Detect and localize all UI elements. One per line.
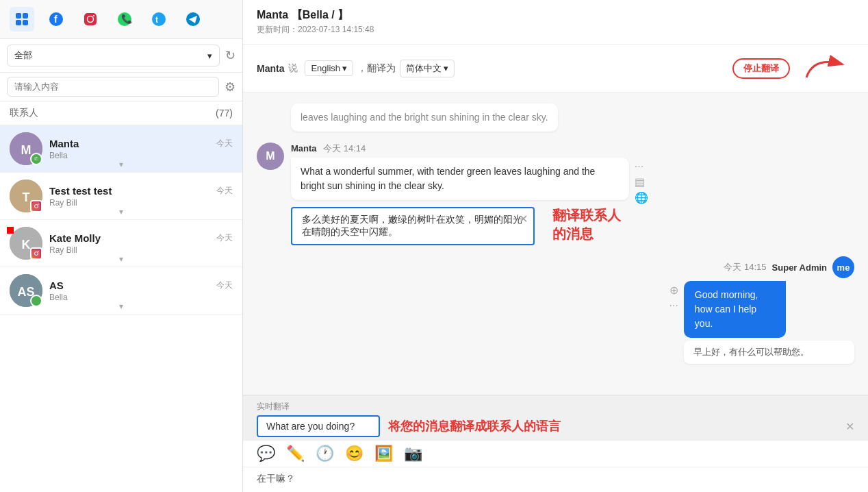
- instagram-icon-btn[interactable]: [78, 7, 103, 32]
- unread-dot: [7, 227, 14, 234]
- contact-name: Kate Molly: [49, 232, 101, 244]
- translation-bar: Manta 说 English ▾ ，翻译为 简体中文 ▾ 停止翻译: [243, 45, 868, 93]
- sent-text: Good morning, how can I help you.: [695, 289, 758, 329]
- image-icon[interactable]: 📷: [404, 445, 422, 463]
- filter-row: 全部 ▾ ↻: [0, 39, 242, 73]
- message-received-partial: leaves laughing and the bright sun shini…: [257, 103, 854, 132]
- sender-name: Manta: [291, 143, 317, 153]
- twitter-icon-btn[interactable]: t: [146, 7, 171, 32]
- more-icon[interactable]: ···: [635, 160, 648, 173]
- image-gallery-icon[interactable]: 🖼️: [374, 445, 393, 463]
- lang-from-btn[interactable]: English ▾: [305, 60, 353, 76]
- message-received-manta: M Manta 今天 14:14 What a wonderful summer…: [257, 143, 854, 245]
- chevron-down-icon: ▾: [444, 63, 448, 73]
- sidebar: f 📞 t 全部 ▾ ↻ ⚙ 联系人 (77) M: [0, 0, 243, 492]
- contact-item-as[interactable]: AS AS 今天 Bella ▾: [0, 267, 242, 315]
- edit-icon[interactable]: ✏️: [286, 445, 305, 463]
- svg-text:K: K: [22, 238, 31, 251]
- svg-rect-3: [23, 20, 28, 25]
- chevron-down-icon: ▾: [119, 160, 123, 169]
- contact-name: Manta: [49, 138, 79, 149]
- input-text: 在干嘛？: [257, 473, 295, 484]
- contact-sub: Bella: [49, 151, 233, 160]
- emoji-icon[interactable]: 😊: [345, 445, 363, 463]
- contact-item-test[interactable]: T Test test test 今天 Ray Bill ▾: [0, 173, 242, 220]
- translation-sender: Manta: [257, 63, 284, 74]
- svg-text:f: f: [54, 14, 58, 25]
- instagram-badge: [30, 247, 42, 260]
- realtime-annotation: 将您的消息翻译成联系人的语言: [388, 418, 561, 434]
- sent-translated-text: 早上好，有什么可以帮助您。: [693, 347, 809, 357]
- svg-point-8: [93, 15, 94, 16]
- chevron-down-icon: ▾: [119, 254, 123, 264]
- translation-box: 多么美好的夏天啊，嫩绿的树叶在欢笑，明媚的阳光在晴朗的天空中闪耀。 ✕: [291, 207, 535, 245]
- svg-text:T: T: [23, 190, 30, 204]
- svg-text:t: t: [155, 15, 158, 25]
- top-icon-bar: f 📞 t: [0, 0, 242, 39]
- message-bubble: leaves laughing and the bright sun shini…: [291, 103, 558, 132]
- contact-name: AS: [49, 280, 64, 291]
- more-icon[interactable]: ···: [669, 299, 678, 312]
- realtime-bar: 实时翻译 What are you doing? 将您的消息翻译成联系人的语言 …: [243, 395, 868, 440]
- globe-icon[interactable]: 🌐: [635, 191, 648, 204]
- clock-icon[interactable]: 🕐: [316, 445, 334, 463]
- svg-rect-21: [32, 202, 40, 210]
- contact-time: 今天: [216, 232, 233, 244]
- whatsapp-icon-btn[interactable]: 📞: [112, 7, 137, 32]
- input-area[interactable]: 在干嘛？: [243, 467, 868, 492]
- close-icon[interactable]: ✕: [519, 212, 528, 225]
- filter-label: 全部: [14, 49, 32, 62]
- contact-time: 今天: [216, 185, 233, 197]
- svg-rect-26: [32, 249, 40, 258]
- contact-time: 今天: [216, 138, 233, 149]
- translated-text: 多么美好的夏天啊，嫩绿的树叶在欢笑，明媚的阳光在晴朗的天空中闪耀。: [302, 214, 522, 237]
- instagram-badge: [30, 200, 42, 212]
- svg-rect-1: [23, 13, 28, 19]
- svg-point-31: [33, 297, 40, 304]
- sent-bubble: Good morning, how can I help you.: [684, 281, 786, 338]
- chat-title: Manta 【Bella / 】: [257, 8, 854, 23]
- message-text: What a wonderful summer, with tender gre…: [301, 166, 595, 191]
- lang-to-btn[interactable]: 简体中文 ▾: [400, 60, 455, 77]
- filter-icon[interactable]: ⚙: [225, 79, 235, 95]
- svg-point-23: [38, 204, 39, 205]
- app-icon-btn[interactable]: [10, 7, 34, 32]
- contacts-label: 联系人: [10, 107, 38, 119]
- contacts-header: 联系人 (77): [0, 101, 242, 125]
- message-time: 今天 14:14: [323, 143, 366, 153]
- svg-rect-6: [84, 13, 97, 25]
- contact-sub: Ray Bill: [49, 245, 233, 255]
- input-toolbar: 💬 ✏️ 🕐 😊 🖼️ 📷: [243, 440, 868, 467]
- chat-bubble-icon[interactable]: 💬: [257, 445, 275, 463]
- contact-sub: Bella: [49, 293, 233, 302]
- search-input[interactable]: [7, 77, 219, 97]
- contact-name: Test test test: [49, 185, 112, 197]
- sender-info-row: Manta 今天 14:14: [291, 143, 854, 155]
- stop-translate-button[interactable]: 停止翻译: [732, 58, 790, 79]
- phone-badge: [30, 295, 42, 307]
- close-icon[interactable]: ✕: [845, 420, 854, 433]
- contacts-count: (77): [216, 108, 233, 119]
- lang-to: 简体中文: [406, 62, 442, 75]
- document-icon[interactable]: ▤: [635, 175, 648, 188]
- say-label: 说: [288, 62, 298, 75]
- search-row: ⚙: [0, 73, 242, 101]
- annotation-arrow: [800, 50, 854, 86]
- sent-translation: 早上好，有什么可以帮助您。: [684, 341, 854, 364]
- chevron-down-icon: ▾: [207, 51, 212, 61]
- sent-header: 今天 14:15 Super Admin me: [724, 256, 854, 278]
- sent-time: 今天 14:15: [724, 261, 766, 273]
- telegram-icon-btn[interactable]: [181, 7, 205, 32]
- phone-badge: ✆: [30, 153, 42, 165]
- message-bubble: What a wonderful summer, with tender gre…: [291, 158, 629, 200]
- realtime-input[interactable]: What are you doing?: [257, 415, 380, 437]
- me-avatar: me: [832, 256, 854, 278]
- contact-item-manta[interactable]: M ✆ Manta 今天 Bella ▾: [0, 125, 242, 173]
- filter-select[interactable]: 全部 ▾: [7, 45, 220, 66]
- chevron-down-icon: ▾: [342, 63, 347, 73]
- plus-icon[interactable]: ⊕: [669, 284, 678, 297]
- svg-text:M: M: [21, 143, 31, 157]
- facebook-icon-btn[interactable]: f: [44, 7, 68, 32]
- refresh-icon[interactable]: ↻: [225, 48, 235, 63]
- contact-item-kate[interactable]: K Kate Molly 今天 Ray Bill ▾: [0, 220, 242, 267]
